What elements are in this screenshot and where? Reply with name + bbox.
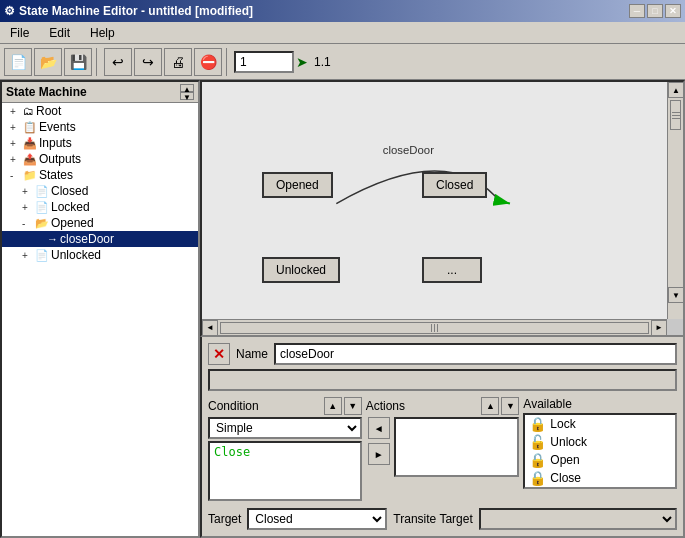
scroll-thumb-v[interactable]	[670, 100, 681, 130]
condition-down-button[interactable]: ▼	[344, 397, 362, 415]
minimize-button[interactable]: ─	[629, 4, 645, 18]
tree-item-events[interactable]: + 📋 Events	[2, 119, 198, 135]
condition-type-select[interactable]: Simple	[208, 417, 362, 439]
zoom-input[interactable]	[234, 51, 294, 73]
condition-up-button[interactable]: ▲	[324, 397, 342, 415]
actions-updown: ▲ ▼	[481, 397, 519, 415]
add-action-button[interactable]: ◄	[368, 417, 390, 439]
target-label: Target	[208, 512, 241, 526]
tree-item-root[interactable]: + 🗂 Root	[2, 103, 198, 119]
tree-item-opened[interactable]: - 📂 Opened	[2, 215, 198, 231]
tree-item-outputs[interactable]: + 📤 Outputs	[2, 151, 198, 167]
unlocked-node-label: Unlocked	[276, 263, 326, 277]
open-icon: 📂	[40, 54, 57, 70]
avail-item-open[interactable]: 🔒 Open	[525, 451, 675, 469]
tree-scroll-up[interactable]: ▲	[180, 84, 194, 92]
canvas-area[interactable]: closeDoor Opened Closed Unlocked ...	[200, 80, 685, 337]
closedoor-icon: →	[47, 233, 58, 245]
redo-button[interactable]: ↪	[134, 48, 162, 76]
avail-item-lock[interactable]: 🔒 Lock	[525, 415, 675, 433]
expand-unlocked: +	[22, 250, 34, 261]
tree-label-root: Root	[36, 104, 61, 118]
print-button[interactable]: 🖨	[164, 48, 192, 76]
condition-updown: ▲ ▼	[324, 397, 362, 415]
available-list[interactable]: 🔒 Lock 🔓 Unlock 🔒 Open 🔒	[523, 413, 677, 489]
three-col-area: Condition ▲ ▼ Simple Actions	[208, 397, 677, 504]
new-icon: 📄	[10, 54, 27, 70]
opened-state-node[interactable]: Opened	[262, 172, 333, 198]
delete-button[interactable]: ✕	[208, 343, 230, 365]
expand-outputs: +	[10, 154, 22, 165]
remove-action-button[interactable]: ►	[368, 443, 390, 465]
source-input	[208, 369, 677, 391]
condition-text-area[interactable]	[208, 441, 362, 501]
actions-list[interactable]	[394, 417, 520, 477]
available-header: Available	[523, 397, 677, 411]
open-button[interactable]: 📂	[34, 48, 62, 76]
tree-label-locked: Locked	[51, 200, 90, 214]
scroll-up-button[interactable]: ▲	[668, 82, 684, 98]
toolbar: 📄 📂 💾 ↩ ↪ 🖨 ⛔ ➤ 1.1	[0, 44, 685, 80]
tree-scroll-buttons: ▲ ▼	[180, 84, 194, 100]
tree-label-inputs: Inputs	[39, 136, 72, 150]
toolbar-sep-1	[96, 48, 100, 76]
tree-label-unlocked: Unlocked	[51, 248, 101, 262]
scroll-thumb-h[interactable]	[220, 322, 649, 334]
title-bar: ⚙ State Machine Editor - untitled [modif…	[0, 0, 685, 22]
unlock-icon: 🔓	[529, 434, 546, 450]
scroll-down-button[interactable]: ▼	[668, 287, 684, 303]
scrollbar-horizontal[interactable]: ◄ ►	[202, 319, 667, 335]
tree-scroll-down[interactable]: ▼	[180, 92, 194, 100]
tree-item-inputs[interactable]: + 📥 Inputs	[2, 135, 198, 151]
closed-node-label: Closed	[436, 178, 473, 192]
new-button[interactable]: 📄	[4, 48, 32, 76]
avail-item-close[interactable]: 🔒 Close	[525, 469, 675, 487]
tree-item-closedoor[interactable]: → closeDoor	[2, 231, 198, 247]
menu-help[interactable]: Help	[84, 24, 121, 42]
menu-bar: File Edit Help	[0, 22, 685, 44]
tree-label-closed: Closed	[51, 184, 88, 198]
main-area: State Machine ▲ ▼ + 🗂 Root + 📋 Events + …	[0, 80, 685, 538]
tree-label-events: Events	[39, 120, 76, 134]
save-button[interactable]: 💾	[64, 48, 92, 76]
avail-label-open: Open	[550, 453, 579, 467]
close-button[interactable]: ✕	[665, 4, 681, 18]
target-select[interactable]: Closed Opened Locked Unlocked	[247, 508, 387, 530]
tree-label-opened: Opened	[51, 216, 94, 230]
properties-panel: ✕ Name Condition ▲ ▼	[200, 337, 685, 538]
actions-down-button[interactable]: ▼	[501, 397, 519, 415]
print-icon: 🖨	[171, 54, 185, 70]
delete-icon: ✕	[213, 346, 225, 362]
scroll-left-button[interactable]: ◄	[202, 320, 218, 336]
unlocked-state-icon: 📄	[35, 249, 49, 262]
avail-item-unlock[interactable]: 🔓 Unlock	[525, 433, 675, 451]
window-title: State Machine Editor - untitled [modifie…	[19, 4, 253, 18]
tree-item-unlocked[interactable]: + 📄 Unlocked	[2, 247, 198, 263]
scroll-right-button[interactable]: ►	[651, 320, 667, 336]
mid-buttons: ◄ ►	[366, 417, 392, 465]
stop-button[interactable]: ⛔	[194, 48, 222, 76]
source-row	[208, 369, 677, 391]
undo-icon: ↩	[112, 54, 124, 70]
tree-item-locked[interactable]: + 📄 Locked	[2, 199, 198, 215]
tree-label-outputs: Outputs	[39, 152, 81, 166]
redo-icon: ↪	[142, 54, 154, 70]
transite-select[interactable]	[479, 508, 677, 530]
tree-label-states: States	[39, 168, 73, 182]
undo-button[interactable]: ↩	[104, 48, 132, 76]
tree-panel: State Machine ▲ ▼ + 🗂 Root + 📋 Events + …	[0, 80, 200, 538]
unlocked-state-node[interactable]: Unlocked	[262, 257, 340, 283]
maximize-button[interactable]: □	[647, 4, 663, 18]
actions-up-button[interactable]: ▲	[481, 397, 499, 415]
extra-state-node[interactable]: ...	[422, 257, 482, 283]
name-input[interactable]	[274, 343, 677, 365]
canvas-svg: closeDoor	[202, 82, 667, 319]
closed-state-node[interactable]: Closed	[422, 172, 487, 198]
expand-events: +	[10, 122, 22, 133]
tree-item-states[interactable]: - 📁 States	[2, 167, 198, 183]
app-icon: ⚙	[4, 4, 15, 18]
menu-edit[interactable]: Edit	[43, 24, 76, 42]
menu-file[interactable]: File	[4, 24, 35, 42]
tree-item-closed[interactable]: + 📄 Closed	[2, 183, 198, 199]
scrollbar-vertical[interactable]: ▲ ▼	[667, 82, 683, 319]
